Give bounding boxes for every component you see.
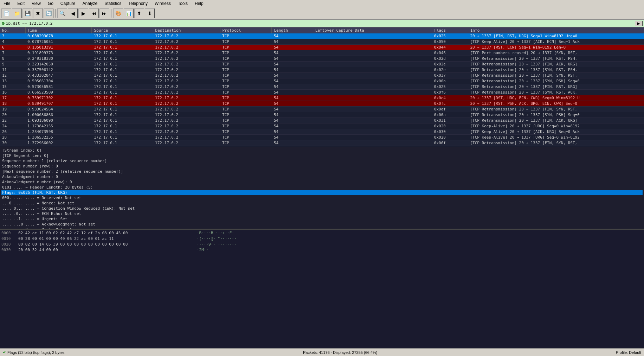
detail-line[interactable]: ...0 .... .... = Nonce: Not set [1,201,643,206]
detail-line[interactable]: [Stream index: 0] [1,148,643,153]
table-row[interactable]: 261.234073598172.17.0.1172.17.0.2TCP540x… [0,129,644,135]
hex-pane[interactable]: 000002 42 ac 11 00 02 02 42 c7 12 ef 2b … [0,230,644,254]
table-row[interactable]: 80.249318380172.17.0.1172.17.0.2TCP540x0… [0,56,644,62]
menu-edit[interactable]: Edit [15,1,27,6]
toolbar-find-btn[interactable]: 🔍 [57,8,67,18]
toolbar-reload-btn[interactable]: 🔄 [44,8,53,18]
packet-table: No. Time Source Destination Protocol Len… [0,27,644,147]
menu-analyze[interactable]: Analyze [80,1,100,6]
table-row[interactable]: 30.038293678172.17.0.1172.17.0.2TCP540x0… [0,33,644,39]
menu-file[interactable]: File [1,1,12,6]
toolbar-close-btn[interactable]: ✖ [33,8,43,18]
hex-row: 002000 02 00 14 05 39 00 00 00 00 00 00 … [1,242,643,247]
table-row[interactable]: 221.093186090172.17.0.1172.17.0.2TCP540x… [0,118,644,123]
detail-line[interactable]: Acknowledgment number: 0 [1,174,643,179]
packet-list[interactable]: No. Time Source Destination Protocol Len… [0,27,644,147]
status-icon: ✔ [3,350,6,355]
hex-row: 001000 28 00 01 00 00 40 06 22 ac 00 01 … [1,236,643,242]
menu-help[interactable]: Help [193,1,206,6]
col-source[interactable]: Source [92,27,153,33]
menu-go[interactable]: Go [46,1,56,6]
hex-row: 000002 42 ac 11 00 02 02 42 c7 12 ef 2b … [1,230,643,236]
menu-view[interactable]: View [30,1,43,6]
status-left: ✔ Flags (12 bits) (tcp.flags), 2 bytes [3,350,65,355]
hex-row: 003020 00 32 4d 00 00 ·2M·· [1,247,643,253]
table-row[interactable]: 301.372966002172.17.0.1172.17.0.2TCP540x… [0,140,644,146]
detail-line[interactable]: [TCP Segment Len: 0] [1,153,643,158]
detail-line[interactable]: 000. .... .... = Reserved: Not set [1,195,643,201]
table-row[interactable]: 90.323142050172.17.0.1172.17.0.2TCP540x0… [0,62,644,67]
table-row[interactable]: 190.933024564172.17.0.1172.17.0.2TCP540x… [0,107,644,112]
detail-line[interactable]: 0101 .... = Header Length: 20 bytes (5) [1,185,643,190]
status-flags-text: Flags (12 bits) (tcp.flags), 2 bytes [7,350,65,355]
menubar: File Edit View Go Capture Analyze Statis… [0,0,644,7]
table-row[interactable]: 180.839491707172.17.0.1172.17.0.2TCP540x… [0,101,644,107]
menu-capture[interactable]: Capture [58,1,78,6]
detail-line[interactable]: Acknowledgment number (raw): 0 [1,179,643,185]
detail-pane[interactable]: [Stream index: 0][TCP Segment Len: 0]Seq… [0,147,644,230]
detail-line[interactable]: .... ..1. .... = Urgent: Set [1,216,643,222]
col-dest[interactable]: Destination [153,27,220,33]
table-row[interactable]: 241.173842155172.17.0.1172.17.0.2TCP540x… [0,123,644,129]
toolbar-last-btn[interactable]: ⏭ [99,8,109,18]
toolbar-sep-2 [111,9,111,18]
detail-line[interactable]: [Next sequence number: 2 (relative seque… [1,169,643,174]
table-row[interactable]: 170.759971302172.17.0.1172.17.0.2TCP540x… [0,95,644,101]
toolbar: 📄 📁 💾 ✖ 🔄 🔍 ◀ ▶ ⏮ ⏭ 🎨 📊 ⬆ ⬇ [0,7,644,20]
table-row[interactable]: 70.191899373172.17.0.1172.17.0.2TCP540x0… [0,50,644,56]
toolbar-color-btn[interactable]: 🎨 [113,8,123,18]
statusbar: ✔ Flags (12 bits) (tcp.flags), 2 bytes P… [0,348,644,356]
filter-arrow-btn[interactable]: ▶ [635,21,643,26]
toolbar-new-btn[interactable]: 📄 [1,8,11,18]
filter-input[interactable] [6,21,635,26]
col-leftover[interactable]: Leftover Capture Data [313,27,432,33]
toolbar-open-btn[interactable]: 📁 [12,8,22,18]
table-row[interactable]: 201.000086866172.17.0.1172.17.0.2TCP540x… [0,112,644,118]
status-center: Packets: 41176 · Displayed: 27355 (66.4%… [303,350,378,355]
toolbar-down-btn[interactable]: ⬇ [145,8,155,18]
col-info[interactable]: Info [468,27,644,33]
table-row[interactable]: 120.433302847172.17.0.1172.17.0.2TCP540x… [0,73,644,78]
detail-line[interactable]: Sequence number: 1 (relative sequence nu… [1,158,643,164]
toolbar-save-btn[interactable]: 💾 [22,8,32,18]
detail-line[interactable]: .... ...0 .... = Acknowledgment: Not set [1,222,643,227]
toolbar-resize-btn[interactable]: 📊 [124,8,134,18]
menu-wireless[interactable]: Wireless [153,1,173,6]
menu-telephony[interactable]: Telephony [126,1,150,6]
toolbar-first-btn[interactable]: ⏮ [89,8,99,18]
table-row[interactable]: 40.078726051172.17.0.1172.17.0.2TCP540x0… [0,39,644,45]
table-row[interactable]: 160.666523509172.17.0.1172.17.0.2TCP540x… [0,90,644,95]
toolbar-next-btn[interactable]: ▶ [78,8,88,18]
detail-line[interactable]: .... .... 0... = Push: Not set [1,227,643,230]
table-row[interactable]: 150.573056581172.17.0.1172.17.0.2TCP540x… [0,84,644,90]
toolbar-up-btn[interactable]: ⬆ [134,8,144,18]
col-len[interactable]: Length [272,27,313,33]
detail-line[interactable]: .... 0... .... = Congestion Window Reduc… [1,206,643,211]
detail-line[interactable]: Flags: 0x025 (FIN, RST, URG) [1,190,643,195]
col-time[interactable]: Time [25,27,92,33]
menu-tools[interactable]: Tools [176,1,190,6]
col-flags[interactable]: Flags [432,27,468,33]
table-row[interactable]: 130.505661704172.17.0.1172.17.0.2TCP540x… [0,78,644,84]
detail-line[interactable]: .... .0.. .... = ECN-Echo: Not set [1,211,643,216]
toolbar-sep-1 [55,9,56,18]
table-row[interactable]: 281.306532255172.17.0.1172.17.0.2TCP540x… [0,135,644,140]
filter-label: ⊛ [1,21,5,26]
menu-statistics[interactable]: Statistics [102,1,123,6]
table-row[interactable]: 60.135813391172.17.0.1172.17.0.2TCP540x0… [0,45,644,50]
detail-line[interactable]: Sequence number (raw): 0 [1,164,643,169]
toolbar-prev-btn[interactable]: ◀ [68,8,78,18]
col-proto[interactable]: Protocol [220,27,272,33]
status-right: Profile: Default [616,350,641,355]
table-row[interactable]: 110.357506142172.17.0.1172.17.0.2TCP540x… [0,67,644,73]
col-no[interactable]: No. [0,27,25,33]
filter-bar: ⊛ ▶ [0,20,644,27]
